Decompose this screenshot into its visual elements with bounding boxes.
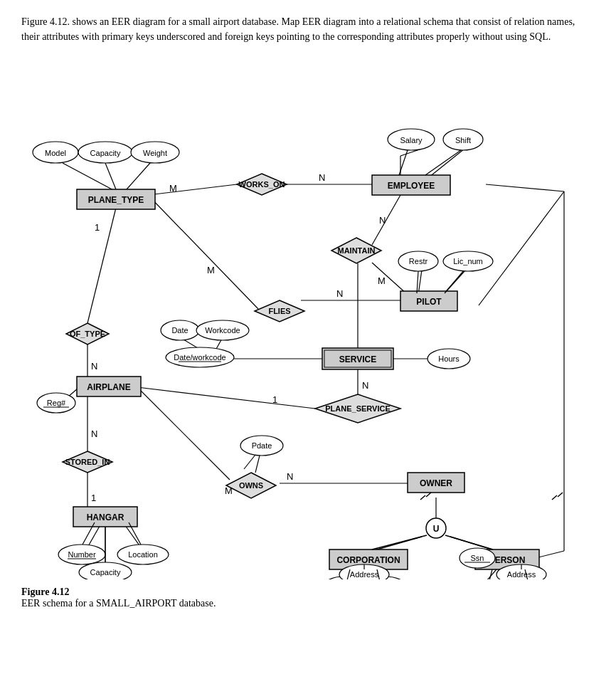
svg-line-60 — [484, 569, 492, 579]
attr-dateworkcode-label: Date/workcode — [174, 353, 225, 362]
rel-oftype-label: OF_TYPE — [70, 330, 105, 338]
label-m-maintain: M — [378, 275, 386, 286]
isa-line-corp — [372, 535, 427, 549]
svg-line-47 — [426, 493, 431, 497]
entity-airplane-label: AIRPLANE — [87, 382, 130, 392]
label-1-storedin: 1 — [91, 493, 96, 503]
svg-line-29 — [137, 387, 315, 409]
rel-owns-label: OWNS — [239, 481, 263, 490]
svg-line-51 — [425, 150, 461, 175]
svg-line-2 — [127, 163, 150, 189]
rel-flies-label: FLIES — [268, 307, 290, 315]
caption-title: Figure 4.12 — [21, 587, 69, 597]
attr-weight-label: Weight — [143, 149, 167, 157]
eer-diagram: 1 N N 1 M N N M M N — [23, 53, 593, 579]
attr-corp-address-label: Address — [350, 570, 379, 579]
label-1-planeservice: 1 — [272, 394, 277, 405]
attr-ssn-label: Ssn — [471, 554, 484, 562]
attr-shift-label: Shift — [455, 136, 471, 144]
attr-location-label: Location — [128, 550, 158, 559]
label-n-flies: N — [336, 288, 343, 299]
entity-service-label: SERVICE — [339, 354, 376, 364]
rel-workson-label: WORKS_ON — [239, 180, 285, 189]
label-m-flies: M — [207, 265, 215, 275]
svg-line-11 — [148, 184, 237, 195]
svg-line-53 — [445, 271, 464, 293]
svg-line-21 — [486, 184, 564, 191]
svg-line-30 — [137, 387, 230, 480]
svg-line-48 — [552, 495, 557, 500]
entity-plane-type-label: PLANE_TYPE — [88, 195, 144, 205]
rel-storedin-label: STORED_IN — [65, 458, 110, 466]
attr-hours-label: Hours — [438, 354, 460, 363]
entity-owner-label: OWNER — [420, 478, 452, 488]
entity-pilot-label: PILOT — [416, 297, 442, 307]
label-n-maintain: N — [379, 215, 386, 226]
label-m-workson: M — [169, 183, 177, 194]
svg-line-54 — [255, 456, 260, 473]
isa-line-person — [445, 535, 493, 549]
entity-employee-label: EMPLOYEE — [388, 181, 435, 191]
attr-licnum-label: Lic_num — [453, 257, 483, 265]
attr-salary-label: Salary — [400, 136, 423, 144]
attr-pdate-label: Pdate — [252, 441, 272, 450]
svg-line-16 — [372, 195, 400, 245]
label-n-workson: N — [319, 172, 325, 183]
svg-line-46 — [420, 495, 425, 500]
attr-model-label: Model — [45, 149, 66, 157]
caption-description: EER schema for a SMALL_AIRPORT database. — [21, 598, 216, 609]
label-n-oftype: N — [91, 361, 97, 372]
label-n-planeservice: N — [362, 380, 368, 391]
rel-planeservice-label: PLANE_SERVICE — [325, 404, 391, 413]
svg-line-37 — [536, 551, 564, 558]
svg-line-22 — [148, 195, 258, 309]
label-n-owns: N — [287, 471, 293, 482]
svg-line-1 — [105, 163, 116, 189]
attr-workcode-label: Workcode — [205, 326, 240, 335]
svg-line-52 — [417, 271, 418, 293]
figure-caption: Figure 4.12 EER schema for a SMALL_AIRPO… — [21, 587, 595, 609]
svg-line-15 — [429, 149, 464, 177]
attr-person-address-label: Address — [507, 570, 536, 579]
svg-line-0 — [63, 163, 116, 191]
rel-maintain-label: MAINTAIN — [338, 246, 376, 255]
entity-hangar-label: HANGAR — [87, 512, 124, 522]
svg-line-20 — [479, 191, 564, 305]
attr-reg-label: Reg# — [47, 399, 66, 407]
entity-corporation-label: CORPORATION — [336, 555, 400, 565]
attr-date-label: Date — [171, 326, 188, 335]
intro-paragraph: Figure 4.12. shows an EER diagram for a … — [21, 14, 595, 44]
svg-line-3 — [87, 208, 116, 323]
attr-restr-label: Restr — [409, 257, 428, 265]
isa-union-label: U — [433, 524, 440, 534]
attr-capacity-planetype-label: Capacity — [90, 149, 121, 157]
svg-line-49 — [558, 493, 563, 497]
label-n-storedin: N — [91, 428, 97, 439]
attr-number-label: Number — [68, 550, 95, 559]
attr-capacity-hangar-label: Capacity — [90, 568, 121, 577]
label-1-oftype: 1 — [95, 222, 100, 233]
